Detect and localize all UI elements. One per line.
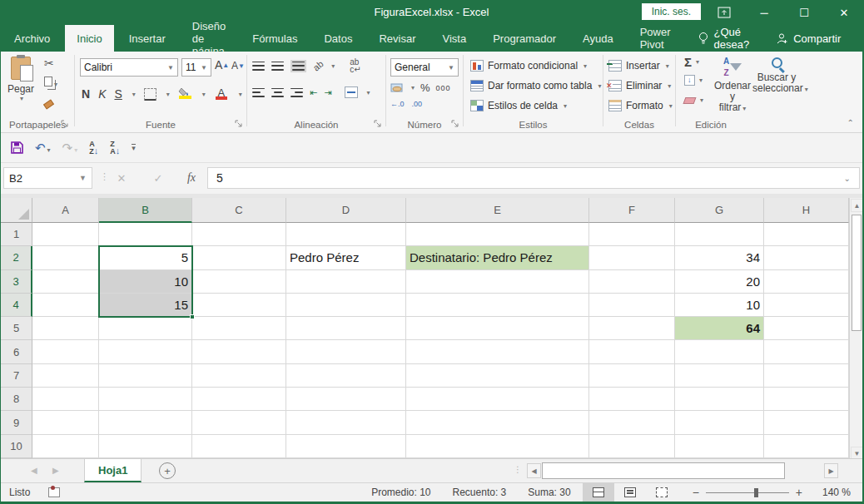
increase-indent-button[interactable]: ⇥ (324, 87, 331, 98)
cell-A5[interactable] (32, 317, 99, 340)
italic-button[interactable]: K (98, 87, 106, 101)
name-box[interactable]: B2 ▼ (3, 167, 92, 189)
cell-G10[interactable] (675, 435, 764, 458)
cell-A8[interactable] (32, 388, 99, 411)
zoom-slider-thumb[interactable] (754, 488, 758, 497)
tab-formulas[interactable]: Fórmulas (241, 25, 309, 52)
column-header-G[interactable]: G (675, 198, 764, 223)
cell-E3[interactable] (406, 270, 589, 294)
column-header-C[interactable]: C (192, 198, 286, 223)
cell-C5[interactable] (192, 317, 286, 340)
tab-programador[interactable]: Programador (481, 25, 568, 52)
column-header-F[interactable]: F (589, 198, 675, 223)
tab-archivo[interactable]: Archivo (2, 25, 62, 52)
formula-bar-splitter[interactable]: ⋮ (100, 171, 109, 182)
chevron-down-icon[interactable]: ▼ (201, 64, 207, 72)
vertical-scroll-thumb[interactable] (852, 215, 862, 331)
cell-C6[interactable] (192, 340, 286, 363)
scroll-right-icon[interactable]: ▶ (824, 463, 838, 478)
cell-G7[interactable] (675, 364, 764, 388)
cell-A9[interactable] (32, 411, 99, 434)
confirm-entry-icon[interactable]: ✓ (147, 168, 169, 188)
cell-C9[interactable] (192, 411, 286, 434)
vertical-scrollbar[interactable]: ▲ ▼ (849, 198, 863, 461)
cell-F3[interactable] (589, 270, 675, 294)
collapse-ribbon-icon[interactable]: ⌃ (847, 118, 854, 127)
view-page-break-button[interactable] (646, 483, 678, 502)
ribbon-display-options-icon[interactable] (706, 0, 742, 25)
font-color-button[interactable]: A (214, 86, 229, 101)
cell-B1[interactable] (99, 223, 192, 246)
align-center-button[interactable] (271, 88, 284, 97)
row-header-5[interactable]: 5 (1, 317, 32, 340)
share-button[interactable]: Compartir (764, 25, 852, 52)
orientation-button[interactable]: ab (311, 58, 325, 72)
cell-G6[interactable] (675, 340, 764, 363)
prev-sheet-icon[interactable]: ◀ (31, 466, 37, 475)
row-header-10[interactable]: 10 (1, 435, 32, 458)
column-header-H[interactable]: H (764, 198, 849, 223)
cell-E4[interactable] (406, 294, 589, 317)
cell-C2[interactable] (192, 246, 286, 269)
cell-H5[interactable] (764, 317, 849, 340)
clear-button[interactable]: ▾ (684, 96, 703, 104)
column-header-B[interactable]: B (99, 198, 192, 223)
new-sheet-button[interactable]: + (159, 462, 176, 479)
cell-E5[interactable] (406, 317, 589, 340)
cell-A7[interactable] (32, 364, 99, 388)
formula-input[interactable]: 5 ⌄ (207, 167, 860, 189)
cell-H9[interactable] (764, 411, 849, 434)
cell-B7[interactable] (99, 364, 192, 388)
row-header-7[interactable]: 7 (1, 364, 32, 388)
sort-filter-button[interactable]: AZ Ordenar yfiltrar▾ (714, 55, 751, 114)
align-top-button[interactable] (252, 62, 265, 71)
column-header-D[interactable]: D (286, 198, 406, 223)
cell-B2[interactable]: 5 (99, 246, 192, 269)
align-middle-button[interactable] (271, 62, 284, 71)
align-left-button[interactable] (252, 88, 265, 97)
close-button[interactable]: ✕ (826, 0, 862, 25)
row-header-6[interactable]: 6 (1, 340, 32, 363)
autosum-button[interactable]: Σ▾ (684, 55, 699, 69)
next-sheet-icon[interactable]: ▶ (52, 466, 59, 475)
decrease-decimal-button[interactable]: .00 (412, 100, 423, 108)
accounting-dropdown-icon[interactable]: ▾ (411, 84, 415, 91)
tab-ayuda[interactable]: Ayuda (571, 25, 625, 52)
sort-az-button[interactable]: AZ↓ (89, 141, 98, 155)
font-size-combo[interactable]: 11▼ (181, 58, 211, 77)
cell-F2[interactable] (589, 246, 675, 269)
sort-za-button[interactable]: ZA↓ (110, 141, 120, 155)
cell-F10[interactable] (589, 435, 675, 458)
cell-E2[interactable]: Destinatario: Pedro Pérez (406, 246, 589, 269)
format-as-table-button[interactable]: Dar formato como tabla▾ (470, 76, 601, 96)
fill-color-button[interactable] (178, 87, 192, 101)
increase-font-size-button[interactable]: A▲ (215, 58, 229, 72)
alineacion-dialog-launcher-icon[interactable] (374, 120, 384, 130)
cell-A2[interactable] (32, 246, 99, 269)
format-cells-button[interactable]: Formato▾ (608, 96, 673, 116)
cell-D3[interactable] (286, 270, 406, 294)
cell-A6[interactable] (32, 340, 99, 363)
view-normal-button[interactable] (583, 483, 614, 502)
font-name-combo[interactable]: Calibri▼ (80, 58, 178, 77)
sheet-tab-hoja1[interactable]: Hoja1 (84, 459, 142, 482)
insert-function-icon[interactable]: fx (181, 168, 202, 188)
merge-center-button[interactable] (345, 86, 358, 98)
undo-dropdown-icon[interactable]: ▾ (47, 146, 51, 154)
cell-G2[interactable]: 34 (675, 246, 764, 269)
cell-D4[interactable] (286, 294, 406, 317)
cell-E8[interactable] (406, 388, 589, 411)
cell-B9[interactable] (99, 411, 192, 434)
zoom-out-button[interactable]: − (693, 486, 699, 499)
wrap-text-button[interactable]: abc↵ (350, 58, 360, 73)
tab-inicio[interactable]: Inicio (65, 25, 113, 52)
decrease-indent-button[interactable]: ⇤ (310, 87, 317, 98)
zoom-in-button[interactable]: + (796, 486, 802, 499)
cell-D2[interactable]: Pedro Pérez (286, 246, 406, 269)
cell-B5[interactable] (99, 317, 192, 340)
horizontal-scrollbar[interactable]: ◀ ▶ (527, 462, 838, 479)
cell-H4[interactable] (764, 294, 849, 317)
cell-F5[interactable] (589, 317, 675, 340)
portapapeles-dialog-launcher-icon[interactable] (61, 120, 71, 130)
cell-D9[interactable] (286, 411, 406, 434)
